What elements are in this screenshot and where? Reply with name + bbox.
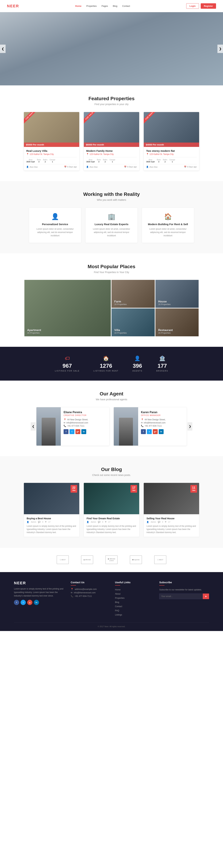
brand-placeholder: ⬡ BEST (57, 555, 69, 564)
social-button-in[interactable]: in (82, 429, 86, 434)
footer-link[interactable]: Home (115, 588, 121, 591)
blog-comments: 0 (102, 521, 103, 523)
working-title: Working with the Reality (7, 191, 216, 197)
agents-next-button[interactable]: ❯ (187, 422, 192, 431)
social-button-f[interactable]: f (141, 429, 146, 434)
spec-beds: Beds 3 (37, 159, 41, 163)
footer-link-item[interactable]: Blog (115, 600, 152, 603)
place-item[interactable]: Restaurant 16 Properties (155, 308, 199, 336)
property-date: 📅 5 Days ago (64, 166, 77, 168)
footer-about-text: Lorem ipsum is simply dummy text of the … (14, 587, 64, 598)
footer-link[interactable]: Listings (115, 614, 122, 616)
spec-garage: Garage 1 (169, 159, 175, 163)
nav-link-properties[interactable]: Properties (86, 5, 97, 7)
hero-next-button[interactable]: ❯ (217, 44, 223, 53)
login-button[interactable]: Login (186, 3, 199, 9)
stat-number: 967 (55, 363, 79, 369)
social-button-f[interactable]: f (64, 429, 68, 434)
agent-details: Eliane Pereira CREATIVE DIRECTOR 📍 44 Ne… (61, 407, 109, 445)
footer-social-btn[interactable]: f (14, 600, 19, 605)
spec-garage: Garage 1 (109, 159, 115, 163)
agent-socials: ftg+in (64, 429, 106, 434)
agent-info: 👤 Jhon Doe (86, 166, 98, 168)
footer-link-item[interactable]: Listings (115, 613, 152, 616)
author-icon: 👤 (87, 521, 89, 523)
property-card[interactable]: FOR RENT $5000 Per month Real Luxury Vil… (24, 112, 79, 170)
footer-link-item[interactable]: Home (115, 588, 152, 591)
footer-subscribe-desc: Subscribe to our newsletter for latest u… (159, 588, 209, 591)
subscribe-button[interactable]: ➤ (203, 593, 209, 599)
place-info: Restaurant 16 Properties (155, 327, 176, 336)
footer-link[interactable]: Properties (115, 597, 125, 599)
property-specs: Area 3600 Sqft Beds 3 Baths 2 Garage (26, 157, 77, 164)
blog-text: Lorem ipsum is simply dummy text of the … (27, 525, 76, 534)
blog-card[interactable]: 11 Jan Selling Your Real House 👤 Admin 💬… (144, 483, 199, 537)
social-button-g+[interactable]: g+ (75, 429, 80, 434)
navigation: NEER Home Properties Pages Blog Contact … (0, 0, 223, 12)
footer-subscribe-col: Subscribe Subscribe to our newsletter fo… (159, 581, 209, 617)
stat-item: 🏦 177 BROKERS (156, 355, 168, 372)
footer-link-item[interactable]: Properties (115, 596, 152, 599)
author-icon: 👤 (147, 521, 149, 523)
place-item[interactable]: Apartment 16 Properties (24, 280, 111, 336)
hero-prev-button[interactable]: ❮ (0, 44, 6, 53)
stat-label: BROKERS (156, 370, 168, 372)
stat-label: LISTINGS FOR SALE (55, 370, 79, 372)
address-icon: 📍 (64, 418, 66, 421)
location-icon: 📍 (86, 153, 89, 155)
footer-social-btn[interactable]: t (21, 600, 26, 605)
place-item[interactable]: House 16 Properties (155, 280, 199, 308)
blog-date-badge: 22 Jan (70, 485, 77, 493)
spec-area: Area 3600 Sqft (26, 159, 35, 163)
place-item[interactable]: Villa 16 Properties (112, 308, 155, 336)
working-section: Working with the Reality Who you work wi… (0, 181, 223, 253)
property-location: 📍123 Kathol St. Tampa City (146, 153, 197, 155)
contact-text: +91 477-634-7111 (75, 595, 92, 597)
nav-logo[interactable]: NEER (7, 4, 19, 8)
brand-placeholder: ▣ BRAND LOGO (105, 555, 118, 564)
property-card[interactable]: FOR SALE $6000 Per month Modern Family H… (84, 112, 139, 170)
property-card[interactable]: FOR RENT $4000 Per month Two storey mode… (144, 112, 199, 170)
social-button-in[interactable]: in (159, 429, 164, 434)
phone-icon: 📞 (64, 425, 66, 427)
brand-logo: ⬡ BEST (153, 555, 167, 565)
nav-link-home[interactable]: Home (75, 5, 82, 7)
subscribe-row: ➤ (159, 593, 209, 599)
footer-link-item[interactable]: Contact (115, 605, 152, 608)
place-name: Apartment (27, 329, 41, 332)
footer-links-title: Useful Links (115, 581, 152, 586)
property-price: $4000 Per month (144, 143, 199, 147)
blog-subtitle: Check out some recent news posts. (7, 474, 216, 476)
footer-link-item[interactable]: About (115, 592, 152, 595)
phone-icon: 📞 (141, 425, 144, 427)
blog-image: 11 Jan (144, 483, 199, 514)
location-icon: 📍 (26, 153, 29, 155)
nav-link-contact[interactable]: Contact (122, 5, 130, 7)
social-button-t[interactable]: t (69, 429, 74, 434)
agent-role: OFFICE MANAGER (141, 414, 184, 416)
agent-card: Eliane Pereira CREATIVE DIRECTOR 📍 44 Ne… (36, 407, 109, 446)
footer-link[interactable]: FAQ (115, 610, 119, 612)
brand-placeholder: ⬟ Spornie (130, 555, 142, 564)
agent-name: Jhon Doe (89, 166, 98, 168)
nav-link-blog[interactable]: Blog (113, 5, 118, 7)
footer-link[interactable]: About (115, 593, 120, 595)
brand-logo: ▣ BRAND LOGO (104, 555, 119, 565)
footer-link-item[interactable]: FAQ (115, 609, 152, 612)
social-button-g+[interactable]: g+ (153, 429, 158, 434)
stat-item: 🏠 1276 LISTINGS FOR RENT (94, 355, 119, 372)
property-info: Two storey modern flat 📍123 Kathol St. T… (144, 147, 199, 170)
footer-link[interactable]: Blog (115, 601, 119, 603)
place-item[interactable]: Farm 16 Properties (112, 280, 155, 308)
footer-social-btn[interactable]: in (34, 600, 39, 605)
blog-card[interactable]: 17 Jan Find Your Dream Real Estate 👤 Adm… (84, 483, 139, 537)
nav-link-pages[interactable]: Pages (102, 5, 108, 7)
footer-social-btn[interactable]: g (27, 600, 32, 605)
social-button-t[interactable]: t (147, 429, 152, 434)
register-button[interactable]: Register (201, 3, 216, 9)
footer-link[interactable]: Contact (115, 605, 122, 608)
subscribe-input[interactable] (159, 593, 203, 599)
stat-number: 177 (156, 363, 168, 369)
blog-card[interactable]: 22 Jan Buying a Best House 👤 Admin 💬 0 ❤… (24, 483, 79, 537)
calendar-icon: 📅 (184, 166, 186, 168)
